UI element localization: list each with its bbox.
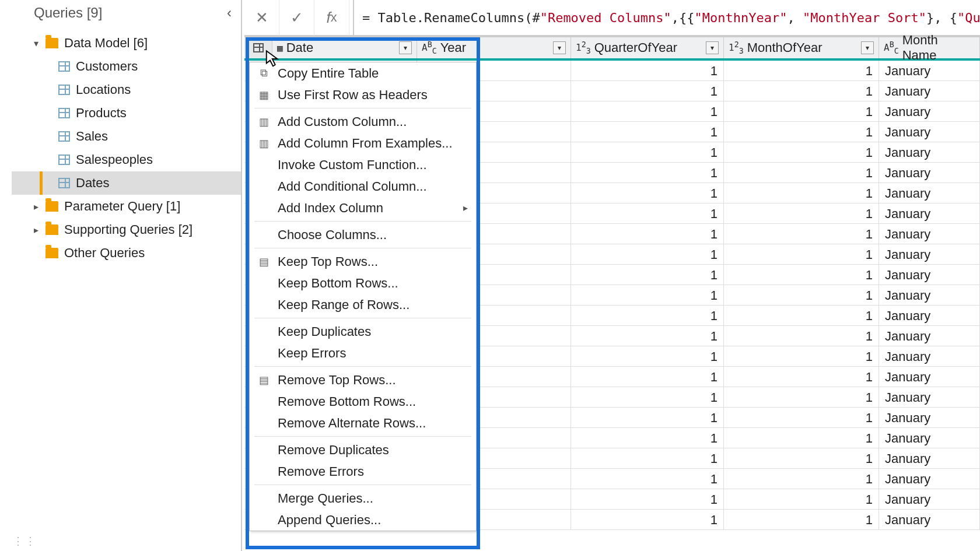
- cell-month-name: January: [879, 428, 980, 448]
- menu-item[interactable]: Keep Errors: [250, 342, 476, 364]
- cell-quarter: 1: [571, 326, 724, 346]
- menu-item[interactable]: ⧉Copy Entire Table: [250, 62, 476, 84]
- column-header-quarter[interactable]: 123 QuarterOfYear ▾: [571, 37, 724, 58]
- table-icon: [58, 61, 70, 72]
- menu-item[interactable]: Keep Duplicates: [250, 321, 476, 342]
- cell-quarter: 1: [571, 183, 724, 203]
- cell-month: 1: [724, 448, 879, 468]
- column-headers: ▦ Date ▾ ABC Year ▾ 123 QuarterOfYear ▾ …: [244, 36, 980, 61]
- query-products[interactable]: Products: [12, 101, 241, 125]
- menu-item[interactable]: Remove Duplicates: [250, 439, 476, 461]
- table-icon: [58, 131, 70, 142]
- query-sales[interactable]: Sales: [12, 125, 241, 148]
- copy-icon: ⧉: [256, 67, 272, 79]
- menu-item[interactable]: Invoke Custom Function...: [250, 154, 476, 176]
- cell-quarter: 1: [571, 408, 724, 427]
- cell-month: 1: [724, 203, 879, 223]
- menu-item-label: Copy Entire Table: [272, 66, 468, 81]
- cell-quarter: 1: [571, 81, 724, 101]
- column-header-month[interactable]: 123 MonthOfYear ▾: [724, 37, 879, 58]
- query-salespeoples[interactable]: Salespeoples: [12, 148, 241, 171]
- menu-item[interactable]: ▤Keep Top Rows...: [250, 251, 476, 272]
- menu-item[interactable]: Choose Columns...: [250, 224, 476, 245]
- group-supporting-queries[interactable]: ▸ Supporting Queries [2]: [12, 218, 241, 241]
- accept-formula-button[interactable]: ✓: [279, 0, 314, 36]
- cell-quarter: 1: [571, 510, 724, 529]
- cell-quarter: 1: [571, 448, 724, 468]
- group-parameter-query[interactable]: ▸ Parameter Query [1]: [12, 195, 241, 218]
- cell-quarter: 1: [571, 489, 724, 509]
- filter-dropdown-button[interactable]: ▾: [706, 41, 719, 54]
- menu-item[interactable]: ▥Add Column From Examples...: [250, 132, 476, 154]
- column-header-month-name[interactable]: ABC Month Name: [879, 37, 980, 58]
- menu-item[interactable]: Keep Range of Rows...: [250, 294, 476, 315]
- menu-item[interactable]: Add Conditional Column...: [250, 176, 476, 197]
- cell-month-name: January: [879, 265, 980, 285]
- menu-item-label: Add Column From Examples...: [272, 136, 468, 151]
- menu-item[interactable]: Merge Queries...: [250, 487, 476, 509]
- query-locations[interactable]: Locations: [12, 78, 241, 101]
- table-icon: [253, 43, 264, 52]
- menu-item[interactable]: ▦Use First Row as Headers: [250, 84, 476, 106]
- menu-item[interactable]: Remove Bottom Rows...: [250, 391, 476, 412]
- filter-dropdown-button[interactable]: ▾: [861, 41, 874, 54]
- menu-separator: [254, 108, 471, 108]
- fx-button[interactable]: fx: [314, 0, 349, 36]
- collapse-panel-button[interactable]: ‹: [227, 5, 235, 21]
- group-label: Parameter Query [1]: [64, 199, 180, 214]
- column-header-date[interactable]: ▦ Date ▾: [272, 37, 417, 58]
- cell-month: 1: [724, 142, 879, 162]
- menu-item[interactable]: ▤Remove Top Rows...: [250, 369, 476, 391]
- cell-quarter: 1: [571, 265, 724, 285]
- text-type-icon: ABC: [884, 40, 899, 55]
- cell-month-name: January: [879, 326, 980, 346]
- menu-item-label: Remove Top Rows...: [272, 373, 468, 388]
- remove-icon: ▤: [256, 374, 272, 387]
- cell-month: 1: [724, 244, 879, 264]
- cell-month-name: January: [879, 408, 980, 427]
- menu-item[interactable]: ▥Add Custom Column...: [250, 111, 476, 132]
- menu-item-label: Add Custom Column...: [272, 114, 468, 129]
- cell-quarter: 1: [571, 244, 724, 264]
- menu-item[interactable]: Remove Alternate Rows...: [250, 412, 476, 434]
- cell-quarter: 1: [571, 428, 724, 448]
- col-icon: ▥: [256, 115, 272, 128]
- cell-month-name: January: [879, 101, 980, 121]
- cancel-formula-button[interactable]: ✕: [244, 0, 279, 36]
- cell-quarter: 1: [571, 203, 724, 223]
- caret-down-icon: ▾: [34, 38, 46, 49]
- filter-dropdown-button[interactable]: ▾: [399, 41, 412, 54]
- menu-separator: [254, 318, 471, 318]
- query-customers[interactable]: Customers: [12, 55, 241, 78]
- cell-quarter: 1: [571, 101, 724, 121]
- query-label: Locations: [76, 82, 131, 97]
- menu-separator: [254, 485, 471, 485]
- folder-icon: [46, 201, 58, 212]
- menu-item-label: Add Conditional Column...: [272, 179, 468, 194]
- caret-right-icon: ▸: [34, 201, 46, 212]
- cell-month-name: January: [879, 469, 980, 489]
- menu-item[interactable]: Append Queries...: [250, 509, 476, 531]
- menu-item-label: Keep Top Rows...: [272, 254, 468, 269]
- menu-item[interactable]: Keep Bottom Rows...: [250, 272, 476, 294]
- table-menu-button[interactable]: [244, 37, 272, 58]
- calendar-icon: ▦: [277, 43, 283, 54]
- formula-input[interactable]: = Table.RenameColumns(#"Removed Columns"…: [353, 0, 980, 35]
- column-header-year[interactable]: ABC Year ▾: [417, 37, 571, 58]
- cell-month-name: January: [879, 510, 980, 529]
- keep-icon: ▤: [256, 255, 272, 268]
- cell-quarter: 1: [571, 367, 724, 387]
- query-label: Salespeoples: [76, 152, 153, 167]
- cell-month-name: January: [879, 244, 980, 264]
- resize-grip-icon[interactable]: ⋮⋮: [13, 535, 37, 548]
- cell-month: 1: [724, 224, 879, 244]
- group-data-model[interactable]: ▾ Data Model [6]: [12, 31, 241, 55]
- group-other-queries[interactable]: Other Queries: [12, 241, 241, 265]
- query-dates[interactable]: Dates: [12, 171, 241, 195]
- menu-item[interactable]: Remove Errors: [250, 461, 476, 482]
- cell-month: 1: [724, 306, 879, 325]
- column-name: MonthOfYear: [747, 40, 861, 55]
- menu-item[interactable]: Add Index Column▸: [250, 197, 476, 219]
- filter-dropdown-button[interactable]: ▾: [553, 41, 566, 54]
- cell-month: 1: [724, 101, 879, 121]
